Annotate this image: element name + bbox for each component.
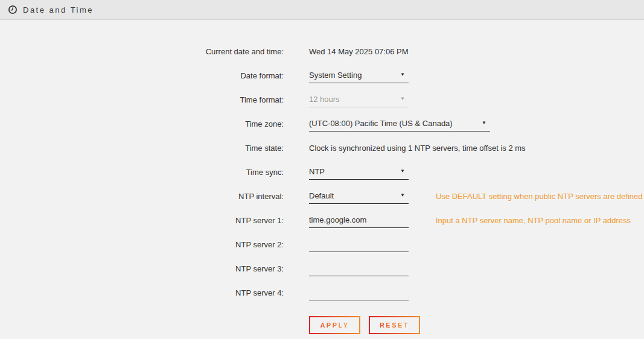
row-current-datetime: Current date and time: Wed 14 May 2025 0…	[0, 39, 644, 63]
time-state-value: Clock is synchronized using 1 NTP server…	[309, 144, 526, 153]
time-sync-label: Time sync:	[0, 168, 284, 177]
apply-button-label: APPLY	[320, 322, 349, 329]
time-state-label: Time state:	[0, 144, 284, 153]
page-title: Date and Time	[23, 5, 94, 14]
ntp-server-4-label: NTP server 4:	[0, 288, 284, 297]
current-datetime-value: Wed 14 May 2025 07:06 PM	[309, 47, 409, 56]
time-sync-selected-value: NTP	[309, 167, 325, 176]
time-zone-label: Time zone:	[0, 119, 284, 128]
chevron-down-icon: ▼	[400, 192, 405, 198]
row-ntp-server-2: NTP server 2:	[0, 232, 644, 256]
time-format-select: 12 hours ▼	[309, 92, 409, 107]
ntp-server-3-input[interactable]	[309, 261, 409, 276]
button-row: APPLY RESET	[309, 316, 644, 334]
row-ntp-interval: NTP interval: Default ▼ Use DEFAULT sett…	[0, 184, 644, 208]
date-format-selected-value: System Setting	[309, 71, 362, 80]
ntp-server-3-label: NTP server 3:	[0, 264, 284, 273]
ntp-server-1-hint: Input a NTP server name, NTP pool name o…	[436, 216, 631, 225]
row-time-format: Time format: 12 hours ▼	[0, 87, 644, 112]
ntp-server-1-input[interactable]	[309, 212, 409, 228]
row-time-state: Time state: Clock is synchronized using …	[0, 136, 644, 160]
date-format-select[interactable]: System Setting ▼	[309, 68, 409, 83]
time-format-label: Time format:	[0, 95, 284, 104]
ntp-server-2-label: NTP server 2:	[0, 240, 284, 249]
ntp-interval-label: NTP interval:	[0, 192, 284, 201]
date-format-label: Date format:	[0, 71, 284, 80]
ntp-interval-select[interactable]: Default ▼	[309, 188, 409, 204]
reset-button-label: RESET	[380, 322, 409, 329]
row-ntp-server-4: NTP server 4:	[0, 280, 644, 305]
ntp-server-2-input[interactable]	[309, 236, 409, 252]
ntp-interval-selected-value: Default	[309, 191, 334, 200]
ntp-server-1-label: NTP server 1:	[0, 216, 284, 225]
row-time-sync: Time sync: NTP ▼	[0, 160, 644, 184]
row-ntp-server-1: NTP server 1: Input a NTP server name, N…	[0, 208, 644, 232]
ntp-interval-hint: Use DEFAULT setting when public NTP serv…	[436, 192, 643, 201]
time-sync-select[interactable]: NTP ▼	[309, 164, 409, 180]
apply-button[interactable]: APPLY	[309, 316, 360, 334]
time-format-selected-value: 12 hours	[309, 95, 340, 104]
reset-button[interactable]: RESET	[369, 316, 420, 334]
row-time-zone: Time zone: (UTC-08:00) Pacific Time (US …	[0, 112, 644, 136]
chevron-down-icon: ▼	[482, 120, 486, 125]
date-time-form: Current date and time: Wed 14 May 2025 0…	[0, 39, 644, 334]
time-zone-selected-value: (UTC-08:00) Pacific Time (US & Canada)	[309, 119, 453, 128]
chevron-down-icon: ▼	[400, 96, 405, 101]
row-ntp-server-3: NTP server 3:	[0, 256, 644, 280]
clock-icon	[8, 5, 18, 14]
panel-header: Date and Time	[0, 0, 644, 20]
current-datetime-label: Current date and time:	[0, 47, 284, 56]
row-date-format: Date format: System Setting ▼	[0, 63, 644, 87]
chevron-down-icon: ▼	[400, 72, 405, 77]
chevron-down-icon: ▼	[400, 168, 405, 174]
ntp-server-4-input[interactable]	[309, 285, 409, 300]
time-zone-select[interactable]: (UTC-08:00) Pacific Time (US & Canada) ▼	[309, 116, 490, 131]
